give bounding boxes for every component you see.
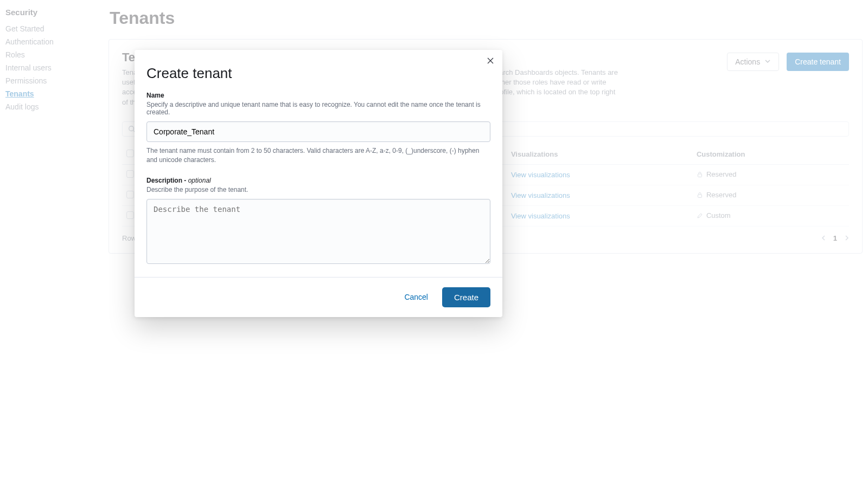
- cancel-button[interactable]: Cancel: [401, 288, 431, 306]
- description-hint: Describe the purpose of the tenant.: [146, 186, 490, 193]
- tenant-name-input[interactable]: [146, 121, 490, 142]
- modal-footer: Cancel Create: [135, 277, 502, 317]
- create-button[interactable]: Create: [442, 287, 490, 307]
- close-icon[interactable]: [485, 55, 496, 66]
- create-tenant-modal: Create tenant Name Specify a descriptive…: [135, 50, 502, 317]
- tenant-description-input[interactable]: [146, 199, 490, 264]
- name-label: Name: [146, 92, 490, 99]
- description-label: Description - optional: [146, 177, 490, 184]
- name-note: The tenant name must contain from 2 to 5…: [146, 146, 490, 165]
- name-hint: Specify a descriptive and unique tenant …: [146, 101, 490, 116]
- description-field-group: Description - optional Describe the purp…: [146, 177, 490, 266]
- name-field-group: Name Specify a descriptive and unique te…: [146, 92, 490, 165]
- modal-title: Create tenant: [146, 65, 490, 82]
